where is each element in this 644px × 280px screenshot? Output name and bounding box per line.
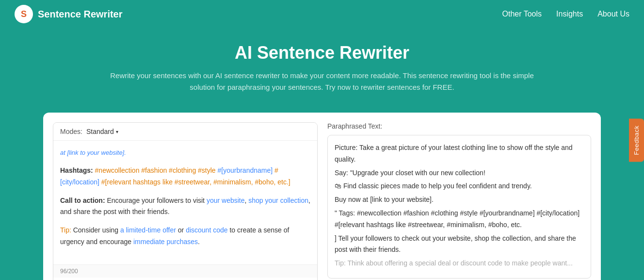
main-card: Modes: Standard ▾ at [link to your websi… (43, 113, 601, 280)
app-name: Sentence Rewriter (38, 9, 123, 20)
tip-section: Tip: Consider using a limited-time offer… (60, 225, 310, 248)
tip-label: Tip: (60, 226, 73, 234)
output-text-area: Picture: Take a great picture of your la… (327, 135, 591, 279)
output-panel: Paraphrased Text: Picture: Take a great … (327, 122, 591, 280)
nav-other-tools[interactable]: Other Tools (502, 10, 542, 18)
word-count: 96/200 (53, 264, 317, 278)
hashtag-text: #newcollection #fashion #clothing #style… (60, 166, 290, 186)
nav: Other Tools Insights About Us (502, 10, 629, 18)
mode-selected: Standard (86, 128, 114, 135)
feedback-tab[interactable]: Feedback (629, 118, 644, 162)
output-line-5: " Tags: #newcollection #fashion #clothin… (335, 208, 584, 231)
output-line-1: Picture: Take a great picture of your la… (335, 142, 584, 165)
output-line-4: Buy now at [link to your website]. (335, 194, 584, 206)
hero-title: AI Sentence Rewriter (10, 43, 634, 63)
hashtag-label: Hashtags: (60, 166, 95, 174)
nav-about-us[interactable]: About Us (597, 10, 629, 18)
cta-label: Call to action: (60, 197, 107, 204)
logo-area: S Sentence Rewriter (15, 5, 123, 23)
logo-icon: S (15, 5, 33, 23)
nav-insights[interactable]: Insights (556, 10, 583, 18)
output-line-6: ] Tell your followers to check out your … (335, 233, 584, 256)
modes-dropdown[interactable]: Standard ▾ (86, 128, 118, 135)
header: S Sentence Rewriter Other Tools Insights… (0, 0, 644, 28)
chevron-down-icon: ▾ (116, 129, 118, 134)
output-line-2: Say: "Upgrade your closet with our new c… (335, 167, 584, 179)
input-text-area[interactable]: at [link to your website]. Hashtags: #ne… (53, 141, 317, 264)
hashtag-section: Hashtags: #newcollection #fashion #cloth… (60, 165, 310, 188)
tip-text: Consider using a limited-time offer or d… (60, 226, 289, 246)
input-panel: Modes: Standard ▾ at [link to your websi… (53, 122, 318, 280)
feedback-label: Feedback (629, 118, 644, 162)
hero-description: Rewrite your sentences with our AI sente… (104, 70, 540, 93)
output-line-3: 🛍 Find classic pieces made to help you f… (335, 181, 584, 192)
hero-section: AI Sentence Rewriter Rewrite your senten… (0, 28, 644, 103)
modes-label: Modes: (60, 128, 82, 135)
input-text-top: at [link to your website]. (60, 148, 310, 158)
modes-bar: Modes: Standard ▾ (53, 123, 317, 141)
paraphrased-label: Paraphrased Text: (327, 122, 591, 130)
cta-section: Call to action: Encourage your followers… (60, 195, 310, 218)
output-line-7: Tip: Think about offering a special deal… (335, 258, 584, 269)
